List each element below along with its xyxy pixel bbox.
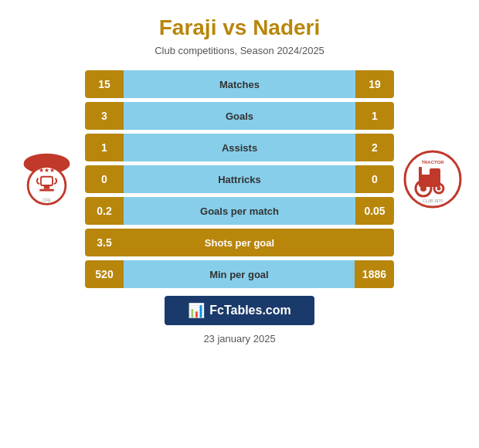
stat-right-min-per-goal: 1886: [355, 260, 394, 288]
stat-right-hattricks: 0: [355, 165, 394, 193]
svg-text:★★★: ★★★: [39, 167, 55, 174]
left-team-crest-icon: ★★★ CFE: [18, 151, 76, 209]
stat-label-shots-per-goal: Shots per goal: [124, 229, 355, 256]
stat-row-shots-per-goal: 3.5 Shots per goal: [85, 229, 394, 256]
stat-row-goals-per-match: 0.2 Goals per match 0.05: [85, 197, 394, 225]
stat-label-hattricks: Hattricks: [124, 165, 355, 193]
stat-label-matches: Matches: [124, 70, 355, 98]
left-team-logo: ★★★ CFE: [8, 133, 85, 226]
comparison-area: ★★★ CFE 15 Matches 19 3 Goals 1 1 Assist…: [8, 70, 471, 288]
svg-text:TRACTOR: TRACTOR: [421, 160, 444, 165]
svg-point-13: [437, 187, 441, 191]
right-team-logo: TRACTOR CLUB 1970: [394, 133, 471, 226]
stat-label-min-per-goal: Min per goal: [124, 260, 355, 288]
stat-right-goals-per-match: 0.05: [355, 197, 394, 225]
page-wrapper: Faraji vs Naderi Club competitions, Seas…: [0, 0, 479, 352]
stat-right-assists: 2: [355, 134, 394, 161]
stat-row-hattricks: 0 Hattricks 0: [85, 165, 394, 193]
svg-text:CFE: CFE: [42, 197, 50, 202]
fctables-label: FcTables.com: [209, 304, 291, 317]
stat-left-shots-per-goal: 3.5: [85, 229, 124, 256]
match-subtitle: Club competitions, Season 2024/2025: [155, 45, 324, 56]
stat-row-assists: 1 Assists 2: [85, 134, 394, 161]
svg-rect-4: [39, 188, 54, 191]
stats-grid: 15 Matches 19 3 Goals 1 1 Assists 2 0 Ha…: [85, 70, 394, 288]
stat-left-hattricks: 0: [85, 165, 124, 193]
match-date: 23 january 2025: [203, 333, 275, 344]
stat-row-matches: 15 Matches 19: [85, 70, 394, 98]
fctables-banner[interactable]: 📊 FcTables.com: [165, 296, 314, 325]
stat-label-assists: Assists: [124, 134, 355, 161]
stat-label-goals: Goals: [124, 102, 355, 130]
svg-text:CLUB 1970: CLUB 1970: [423, 199, 443, 203]
stat-row-goals: 3 Goals 1: [85, 102, 394, 130]
stat-left-min-per-goal: 520: [85, 260, 124, 288]
svg-rect-14: [419, 167, 422, 176]
right-team-crest-icon: TRACTOR CLUB 1970: [402, 148, 464, 210]
stat-left-goals-per-match: 0.2: [85, 197, 124, 225]
match-title: Faraji vs Naderi: [159, 15, 321, 40]
chart-icon: 📊: [188, 302, 205, 319]
stat-left-matches: 15: [85, 70, 124, 98]
svg-point-11: [420, 185, 426, 192]
stat-left-assists: 1: [85, 134, 124, 161]
stat-right-shots-per-goal: [355, 229, 394, 256]
stat-right-goals: 1: [355, 102, 394, 130]
stat-right-matches: 19: [355, 70, 394, 98]
stat-left-goals: 3: [85, 102, 124, 130]
svg-rect-9: [430, 168, 440, 178]
stat-label-goals-per-match: Goals per match: [124, 197, 355, 225]
stat-row-min-per-goal: 520 Min per goal 1886: [85, 260, 394, 288]
svg-rect-3: [43, 185, 49, 189]
